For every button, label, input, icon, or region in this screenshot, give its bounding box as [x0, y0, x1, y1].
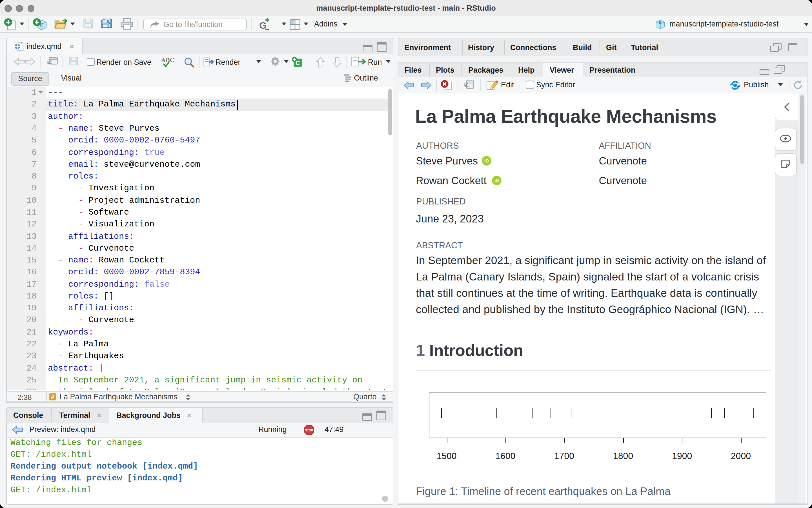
svg-text:STOP: STOP: [305, 429, 313, 432]
svg-text:R: R: [658, 20, 662, 25]
svg-text:iD: iD: [494, 178, 499, 183]
svg-text:iD: iD: [484, 158, 489, 163]
svg-text:ABC: ABC: [161, 56, 174, 64]
